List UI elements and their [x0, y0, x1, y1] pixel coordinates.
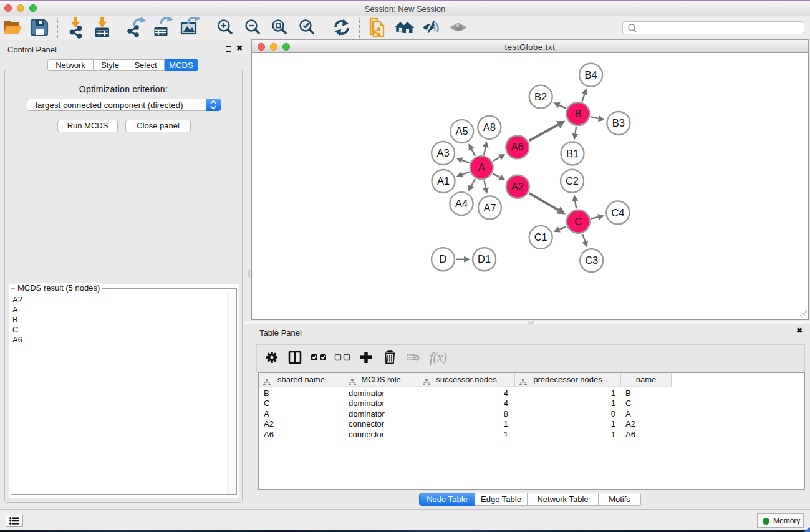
svg-text:A6: A6 [511, 141, 524, 152]
svg-text:B4: B4 [585, 69, 597, 80]
svg-text:A7: A7 [483, 202, 496, 213]
svg-text:B1: B1 [566, 148, 579, 159]
svg-text:A2: A2 [511, 181, 524, 192]
svg-text:C: C [574, 216, 582, 227]
svg-text:A3: A3 [437, 147, 450, 158]
svg-text:A8: A8 [483, 122, 496, 133]
svg-text:C4: C4 [611, 207, 624, 218]
svg-text:A5: A5 [456, 125, 468, 137]
svg-text:A4: A4 [455, 198, 468, 209]
svg-text:C3: C3 [585, 254, 598, 266]
svg-text:D1: D1 [478, 253, 491, 264]
svg-text:C2: C2 [566, 175, 579, 186]
svg-text:D: D [440, 253, 447, 264]
svg-text:C1: C1 [534, 231, 547, 243]
svg-text:B: B [574, 108, 581, 119]
svg-text:A: A [478, 162, 485, 173]
svg-text:B2: B2 [534, 91, 547, 102]
svg-text:B3: B3 [612, 117, 625, 128]
svg-text:f(x): f(x) [430, 351, 447, 365]
svg-text:A1: A1 [437, 175, 450, 186]
